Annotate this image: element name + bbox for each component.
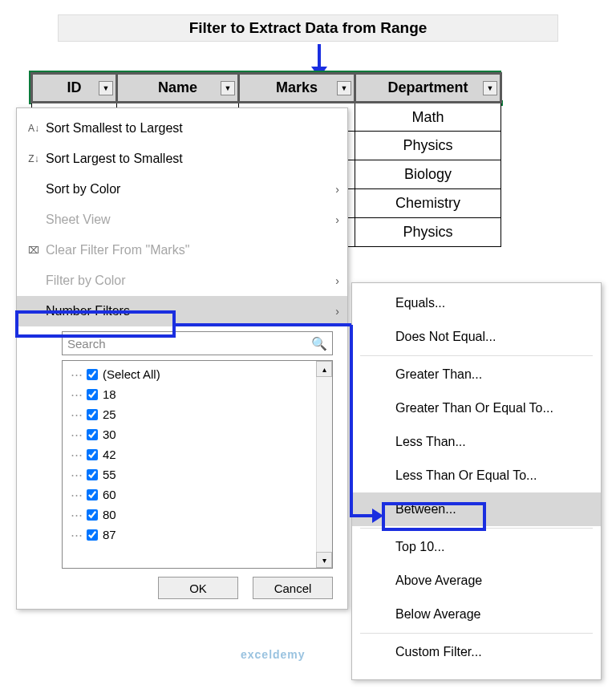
tree-label: 80 [103,508,116,521]
filter-dropdown-marks[interactable]: ▼ [337,81,351,95]
sort-desc-label: Sort Largest to Smallest [46,152,339,166]
tree-item[interactable]: ⋯30 [71,424,332,444]
sort-asc-label: Sort Smallest to Largest [46,121,339,136]
checkbox[interactable] [87,389,98,400]
filter-dropdown-id[interactable]: ▼ [99,81,113,95]
search-icon: 🔍 [311,336,327,351]
filter-dropdown-name[interactable]: ▼ [221,81,235,95]
sort-asc-icon: A↓ [22,123,46,134]
col-header-id-label: ID [67,79,82,95]
sort-color-label: Sort by Color [46,182,335,197]
autofilter-menu: A↓ Sort Smallest to Largest Z↓ Sort Larg… [16,107,348,610]
col-header-name[interactable]: Name ▼ [117,74,239,103]
tree-label: (Select All) [103,367,160,381]
filter-values-tree[interactable]: ▴ ▾ ⋯(Select All) ⋯18 ⋯25 ⋯30 ⋯42 ⋯55 ⋯6… [62,360,333,569]
chevron-right-icon: › [335,305,339,318]
table-cell-dept: Physics [355,218,501,247]
checkbox[interactable] [87,409,98,420]
tree-label: 55 [103,468,116,481]
annotation-connector [350,325,353,517]
separator [360,355,593,356]
checkbox[interactable] [87,449,98,460]
tree-item-select-all[interactable]: ⋯(Select All) [71,364,332,384]
col-header-marks-label: Marks [276,79,318,95]
tree-item[interactable]: ⋯60 [71,484,332,505]
sheet-view-label: Sheet View [46,213,335,227]
search-placeholder: Search [67,337,106,351]
tree-item[interactable]: ⋯18 [71,384,332,404]
sort-by-color[interactable]: Sort by Color › [17,174,347,205]
filter-custom[interactable]: Custom Filter... [352,635,601,669]
filter-below-average[interactable]: Below Average [352,598,601,631]
col-header-name-label: Name [158,79,197,95]
checkbox[interactable] [87,489,98,500]
sort-desc-icon: Z↓ [22,153,46,164]
number-filters[interactable]: Number Filters › [17,296,347,326]
chevron-right-icon: › [335,183,339,196]
tree-item[interactable]: ⋯87 [71,525,332,545]
number-filters-submenu: Equals... Does Not Equal... Greater Than… [351,282,602,680]
table-cell-dept: Chemistry [355,189,501,218]
separator [360,528,593,529]
tree-item[interactable]: ⋯55 [71,464,332,484]
clear-filter-icon: ⌧ [22,245,46,256]
filter-dropdown-dept[interactable]: ▼ [483,81,497,95]
scrollbar-track[interactable] [316,377,332,552]
checkbox[interactable] [87,429,98,440]
watermark: exceldemy [241,648,306,661]
clear-filter: ⌧ Clear Filter From "Marks" [17,235,347,265]
col-header-marks[interactable]: Marks ▼ [239,74,355,103]
tree-label: 60 [103,488,116,501]
filter-less-than[interactable]: Less Than... [352,425,601,459]
sort-descending[interactable]: Z↓ Sort Largest to Smallest [17,144,347,174]
annotation-arrowhead [372,509,383,523]
filter-color-label: Filter by Color [46,274,335,288]
col-header-dept-label: Department [387,79,468,95]
checkbox[interactable] [87,369,98,380]
separator [360,633,593,634]
table-cell-dept: Physics [355,132,501,160]
cancel-button[interactable]: Cancel [253,577,333,599]
filter-greater-equal[interactable]: Greater Than Or Equal To... [352,391,601,425]
filter-between[interactable]: Between... [352,492,601,526]
checkbox[interactable] [87,509,98,521]
tree-label: 42 [103,448,116,461]
col-header-id[interactable]: ID ▼ [32,74,117,103]
tree-label: 87 [103,528,116,541]
filter-less-equal[interactable]: Less Than Or Equal To... [352,459,601,492]
sort-ascending[interactable]: A↓ Sort Smallest to Largest [17,113,347,144]
col-header-department[interactable]: Department ▼ [355,74,501,103]
chevron-right-icon: › [335,213,339,226]
ok-button[interactable]: OK [158,577,238,599]
tree-label: 30 [103,428,116,441]
tree-label: 25 [103,407,116,421]
tree-item[interactable]: ⋯25 [71,404,332,424]
scroll-up-button[interactable]: ▴ [316,361,332,377]
number-filters-label: Number Filters [46,304,335,318]
table-cell-dept: Math [355,103,501,132]
filter-above-average[interactable]: Above Average [352,564,601,598]
tree-item[interactable]: ⋯80 [71,505,332,525]
checkbox[interactable] [87,529,98,541]
clear-filter-label: Clear Filter From "Marks" [46,243,339,257]
scroll-down-button[interactable]: ▾ [316,552,332,568]
filter-by-color: Filter by Color › [17,265,347,296]
filter-not-equal[interactable]: Does Not Equal... [352,320,601,354]
filter-search-input[interactable]: Search 🔍 [62,331,333,355]
filter-top10[interactable]: Top 10... [352,530,601,564]
sheet-view: Sheet View › [17,205,347,235]
tree-label: 18 [103,387,116,401]
filter-equals[interactable]: Equals... [352,286,601,320]
page-title: Filter to Extract Data from Range [58,14,558,42]
tree-item[interactable]: ⋯42 [71,444,332,464]
table-cell-dept: Biology [355,160,501,189]
chevron-right-icon: › [335,274,339,287]
filter-greater-than[interactable]: Greater Than... [352,358,601,391]
checkbox[interactable] [87,469,98,480]
